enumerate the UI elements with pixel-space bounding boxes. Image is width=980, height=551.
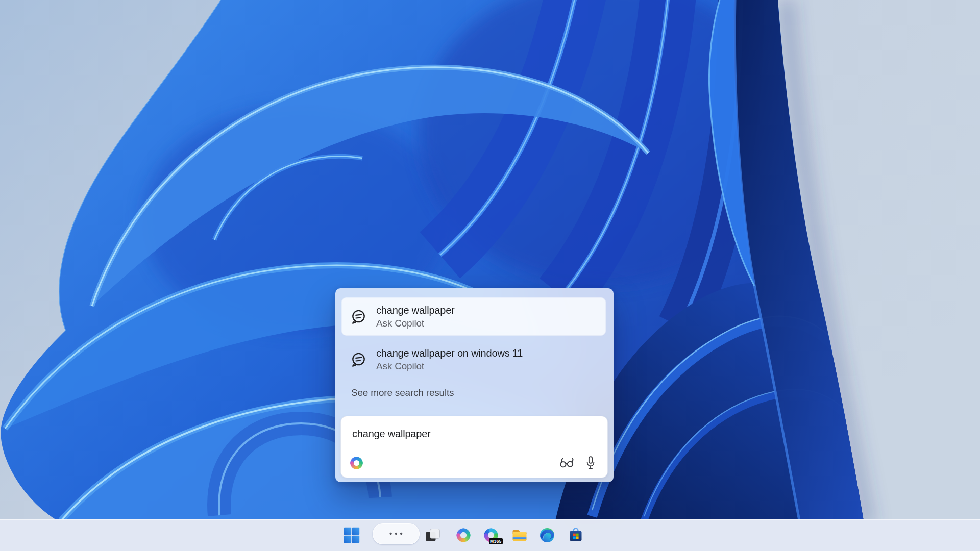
copilot-logo-icon[interactable] — [349, 456, 364, 470]
task-view-button[interactable] — [425, 528, 440, 543]
search-flyout: change wallpaper Ask Copilot change wall… — [335, 288, 614, 482]
suggestion-subtitle: Ask Copilot — [376, 360, 523, 372]
copilot-button[interactable] — [455, 527, 472, 543]
suggestion-title: change wallpaper on windows 11 — [376, 347, 523, 360]
ask-copilot-chat-icon — [350, 350, 368, 369]
ask-copilot-chat-icon — [350, 308, 368, 326]
search-input-value: change wallpaper — [352, 428, 431, 440]
start-button[interactable] — [344, 527, 360, 543]
microphone-icon[interactable] — [585, 456, 596, 470]
suggestion-title: change wallpaper — [376, 304, 455, 317]
see-more-search-results-link[interactable]: See more search results — [351, 387, 454, 398]
search-input[interactable]: change wallpaper — [352, 427, 432, 441]
search-input-card[interactable]: change wallpaper — [341, 416, 607, 478]
search-pill-dots: ••• — [387, 530, 405, 537]
taskbar: ••• — [0, 519, 980, 551]
input-footer — [349, 455, 596, 470]
edge-button[interactable] — [540, 528, 555, 543]
visual-search-glasses-icon[interactable] — [559, 457, 575, 468]
text-caret — [432, 428, 433, 440]
m365-badge: M365 — [489, 538, 503, 545]
suggestion-row-1[interactable]: change wallpaper Ask Copilot — [342, 298, 605, 335]
search-pill[interactable]: ••• — [373, 523, 420, 544]
file-explorer-button[interactable] — [511, 527, 528, 543]
suggestion-subtitle: Ask Copilot — [376, 317, 455, 330]
desktop: change wallpaper Ask Copilot change wall… — [0, 0, 980, 551]
store-button[interactable] — [568, 527, 584, 543]
suggestion-row-2[interactable]: change wallpaper on windows 11 Ask Copil… — [342, 341, 605, 378]
m365-copilot-button[interactable]: M365 — [483, 527, 501, 543]
